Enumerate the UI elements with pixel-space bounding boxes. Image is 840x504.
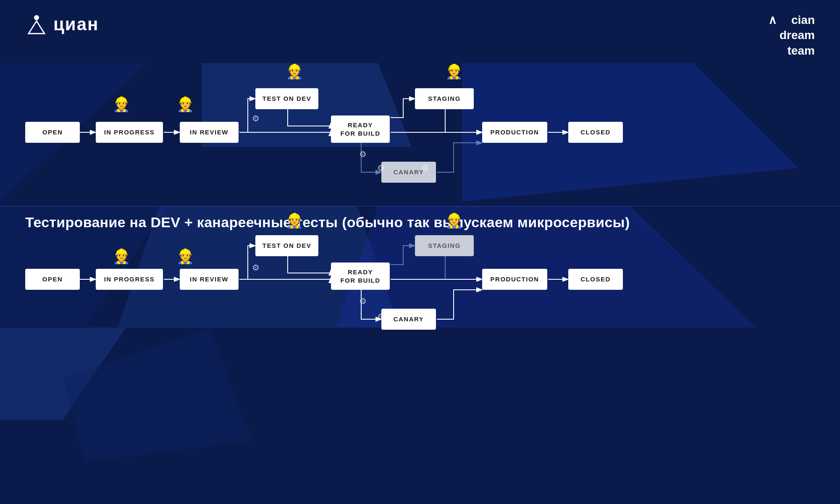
section-divider	[0, 206, 840, 207]
logo-cian: циан	[25, 13, 99, 36]
gear-canary-bottom-left: ⚙	[377, 312, 385, 322]
dreamteam-chevron: ∧	[768, 13, 777, 28]
node-closed-top: CLOSED	[568, 122, 623, 143]
cian-logo-icon	[25, 13, 48, 36]
node-test-on-dev-bottom: TEST ON DEV	[255, 235, 318, 256]
gear-canary-top-left: ⚙	[377, 163, 385, 173]
node-in-review-bottom: IN REVIEW	[180, 269, 239, 290]
section-bottom-label: Тестирование на DEV + канареечные тесты …	[25, 214, 630, 231]
cian-logo-text: циан	[53, 14, 99, 34]
node-in-review-top: IN REVIEW	[180, 122, 239, 143]
node-in-progress-bottom: IN PROGRESS	[96, 269, 163, 290]
gear-canary-bottom-right: ⚙	[421, 312, 429, 322]
node-test-on-dev-top: TEST ON DEV	[255, 88, 318, 109]
gear-in-review-bottom: ⚙	[252, 262, 260, 273]
gear-canary-top-right: ⚙	[421, 163, 429, 173]
node-open-bottom: OPEN	[25, 269, 80, 290]
header: циан ∧ cian dream team	[0, 0, 840, 71]
avatar-in-progress-bottom: 👷	[113, 248, 130, 265]
node-open-top: OPEN	[25, 122, 80, 143]
gear-ready-build-bottom-left: ⚙	[359, 296, 367, 306]
avatar-staging-bottom: 👷	[445, 212, 463, 229]
node-ready-for-build-top: READYFOR BUILD	[331, 116, 390, 143]
gear-in-review-top: ⚙	[252, 113, 260, 123]
node-closed-bottom: CLOSED	[568, 269, 623, 290]
avatar-in-review-top: 👷	[176, 96, 194, 113]
node-production-bottom: PRODUCTION	[482, 269, 547, 290]
avatar-staging-top: 👷	[445, 63, 463, 80]
node-in-progress-top: IN PROGRESS	[96, 122, 163, 143]
avatar-test-on-dev-top: 👷	[286, 63, 303, 80]
gear-ready-build-top-left: ⚙	[359, 149, 367, 159]
svg-marker-8	[63, 328, 252, 462]
svg-point-17	[34, 15, 39, 20]
logo-dreamteam: ∧ cian dream team	[768, 13, 815, 58]
node-production-top: PRODUCTION	[482, 122, 547, 143]
avatar-in-progress-top: 👷	[113, 96, 130, 113]
avatar-in-review-bottom: 👷	[176, 248, 194, 265]
dreamteam-text: cian dream team	[780, 13, 815, 58]
avatar-test-on-dev-bottom: 👷	[286, 212, 303, 229]
node-ready-for-build-bottom: READYFOR BUILD	[331, 262, 390, 290]
node-staging-top: STAGING	[415, 88, 474, 109]
svg-marker-7	[0, 328, 126, 420]
node-staging-bottom: STAGING	[415, 235, 474, 256]
